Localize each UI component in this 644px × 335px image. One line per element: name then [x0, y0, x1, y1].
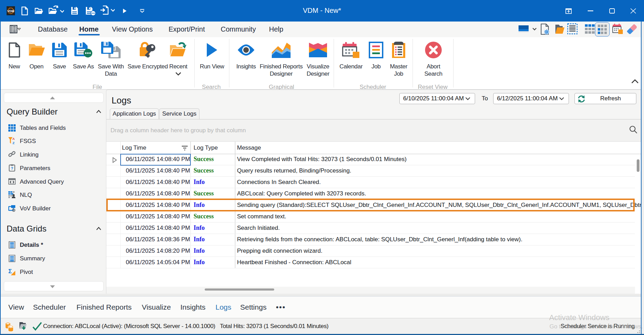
- svg-text:A: A: [13, 137, 15, 141]
- svg-text:Z: Z: [13, 141, 15, 144]
- svg-text:?: ?: [11, 166, 13, 170]
- svg-text:Σ: Σ: [8, 268, 12, 275]
